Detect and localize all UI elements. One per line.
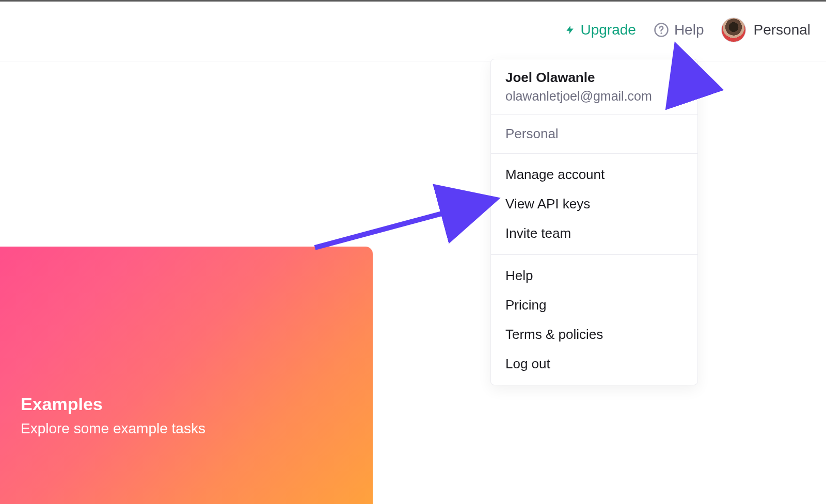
account-button[interactable]: Personal (721, 18, 811, 42)
svg-point-1 (660, 32, 662, 34)
help-button[interactable]: Help (654, 22, 704, 38)
dropdown-user-block: Joel Olawanle olawanletjoel@gmail.com (491, 59, 697, 114)
account-dropdown: Joel Olawanle olawanletjoel@gmail.com Pe… (490, 59, 698, 385)
avatar (721, 18, 746, 42)
account-label: Personal (753, 22, 811, 38)
logout-item[interactable]: Log out (491, 349, 697, 379)
bolt-icon (565, 23, 575, 37)
menu-group-account: Manage account View API keys Invite team (491, 154, 697, 254)
help-icon (654, 22, 669, 38)
menu-group-misc: Help Pricing Terms & policies Log out (491, 255, 697, 385)
examples-title: Examples (21, 394, 352, 414)
pricing-item[interactable]: Pricing (491, 290, 697, 320)
svg-line-3 (315, 199, 496, 248)
workspace-item[interactable]: Personal (491, 115, 697, 153)
header-divider (0, 61, 826, 61)
upgrade-button[interactable]: Upgrade (565, 22, 636, 38)
examples-card[interactable]: Examples Explore some example tasks (0, 247, 373, 504)
help-item[interactable]: Help (491, 261, 697, 290)
terms-item[interactable]: Terms & policies (491, 320, 697, 349)
examples-subtitle: Explore some example tasks (21, 420, 352, 437)
view-api-keys-item[interactable]: View API keys (491, 189, 697, 219)
invite-team-item[interactable]: Invite team (491, 219, 697, 248)
user-name: Joel Olawanle (505, 70, 683, 86)
upgrade-label: Upgrade (580, 22, 636, 38)
manage-account-item[interactable]: Manage account (491, 160, 697, 189)
header-nav: Upgrade Help Personal (565, 0, 826, 60)
help-label: Help (674, 22, 704, 38)
user-email: olawanletjoel@gmail.com (505, 89, 683, 104)
